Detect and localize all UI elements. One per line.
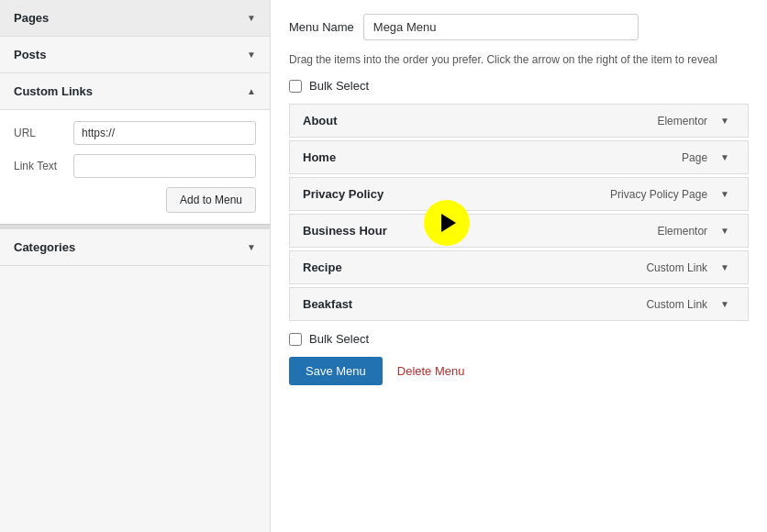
- custom-links-section: Custom Links ▲ URL Link Text Add to Menu: [0, 73, 270, 229]
- menu-item-recipe-name: Recipe: [303, 260, 342, 274]
- menu-item-privacy-left: Privacy Policy: [303, 187, 384, 201]
- menu-item-business-left: Business Hour: [303, 224, 387, 238]
- menu-name-row: Menu Name: [289, 14, 749, 40]
- categories-section: Categories ▼: [0, 229, 270, 266]
- bulk-select-top-row: Bulk Select: [289, 79, 749, 93]
- menu-item-business-name: Business Hour: [303, 224, 387, 238]
- menu-item[interactable]: Beakfast Custom Link ▼: [289, 287, 749, 321]
- add-to-menu-button[interactable]: Add to Menu: [166, 187, 256, 213]
- menu-item-beakfast-chevron-icon[interactable]: ▼: [715, 297, 735, 311]
- posts-section: Posts ▼: [0, 37, 270, 73]
- bulk-select-top-label: Bulk Select: [309, 79, 369, 93]
- menu-item-business-chevron-icon[interactable]: ▼: [715, 224, 735, 238]
- posts-accordion-header[interactable]: Posts ▼: [0, 37, 270, 72]
- menu-item[interactable]: Home Page ▼: [289, 140, 749, 174]
- bottom-actions: Save Menu Delete Menu: [289, 357, 749, 385]
- drag-instruction: Drag the items into the order you prefer…: [289, 51, 749, 68]
- url-label: URL: [14, 127, 73, 139]
- resize-handle[interactable]: [0, 224, 270, 228]
- posts-label: Posts: [14, 48, 46, 61]
- categories-label: Categories: [14, 240, 75, 254]
- menu-items-list: About Elementor ▼ Home Page ▼ Privacy Po…: [289, 104, 749, 321]
- menu-item-privacy-name: Privacy Policy: [303, 187, 384, 201]
- menu-item[interactable]: Recipe Custom Link ▼: [289, 250, 749, 284]
- menu-item-about-right: Elementor ▼: [657, 114, 735, 127]
- menu-item[interactable]: About Elementor ▼: [289, 104, 749, 138]
- menu-item-privacy-chevron-icon[interactable]: ▼: [715, 187, 735, 201]
- menu-item-recipe-chevron-icon[interactable]: ▼: [715, 260, 735, 274]
- menu-item-home-name: Home: [303, 150, 336, 164]
- menu-item-business-right: Elementor ▼: [657, 224, 735, 238]
- menu-item-recipe-type: Custom Link: [646, 261, 707, 274]
- menu-item-privacy-type: Privacy Policy Page: [610, 188, 707, 201]
- link-text-label: Link Text: [14, 160, 73, 172]
- menu-item-home-chevron-icon[interactable]: ▼: [715, 150, 735, 164]
- bulk-select-top-checkbox[interactable]: [289, 80, 302, 93]
- menu-item-about-name: About: [303, 114, 338, 127]
- menu-item-business-type: Elementor: [657, 225, 707, 238]
- custom-links-body: URL Link Text Add to Menu: [0, 109, 270, 224]
- menu-item-privacy-right: Privacy Policy Page ▼: [610, 187, 735, 201]
- bulk-select-bottom-label: Bulk Select: [309, 332, 369, 346]
- pages-section: Pages ▼: [0, 0, 270, 37]
- pages-chevron-icon: ▼: [247, 13, 256, 23]
- pages-accordion-header[interactable]: Pages ▼: [0, 0, 270, 36]
- menu-item-home-right: Page ▼: [682, 150, 735, 164]
- posts-chevron-icon: ▼: [247, 50, 256, 60]
- categories-chevron-icon: ▼: [247, 242, 256, 252]
- left-panel: Pages ▼ Posts ▼ Custom Links ▲ URL Link …: [0, 0, 271, 532]
- link-text-input[interactable]: [73, 154, 256, 178]
- menu-item-about-left: About: [303, 114, 338, 127]
- menu-item-about-chevron-icon[interactable]: ▼: [715, 114, 735, 127]
- menu-item-beakfast-left: Beakfast: [303, 297, 352, 311]
- menu-item-beakfast-name: Beakfast: [303, 297, 352, 311]
- categories-accordion-header[interactable]: Categories ▼: [0, 229, 270, 265]
- menu-item-recipe-left: Recipe: [303, 260, 342, 274]
- menu-name-input[interactable]: [363, 14, 639, 40]
- right-panel: Menu Name Drag the items into the order …: [271, 0, 767, 532]
- menu-item-home-type: Page: [682, 151, 707, 164]
- save-menu-button[interactable]: Save Menu: [289, 357, 383, 385]
- url-row: URL: [14, 121, 256, 145]
- custom-links-label: Custom Links: [14, 84, 93, 98]
- delete-menu-link[interactable]: Delete Menu: [397, 364, 465, 378]
- bulk-select-bottom-checkbox[interactable]: [289, 333, 302, 346]
- custom-links-chevron-icon: ▲: [247, 86, 256, 96]
- menu-item-recipe-right: Custom Link ▼: [646, 260, 735, 274]
- menu-item-home-left: Home: [303, 150, 336, 164]
- menu-item[interactable]: Business Hour Elementor ▼: [289, 214, 749, 248]
- menu-item-beakfast-right: Custom Link ▼: [646, 297, 735, 311]
- custom-links-accordion-header[interactable]: Custom Links ▲: [0, 73, 270, 109]
- menu-name-label: Menu Name: [289, 20, 354, 34]
- bulk-select-bottom-row: Bulk Select: [289, 332, 749, 346]
- menu-item-about-type: Elementor: [657, 115, 707, 127]
- menu-item[interactable]: Privacy Policy Privacy Policy Page ▼: [289, 177, 749, 211]
- pages-label: Pages: [14, 11, 49, 25]
- url-input[interactable]: [73, 121, 256, 145]
- link-text-row: Link Text: [14, 154, 256, 178]
- menu-item-beakfast-type: Custom Link: [646, 298, 707, 311]
